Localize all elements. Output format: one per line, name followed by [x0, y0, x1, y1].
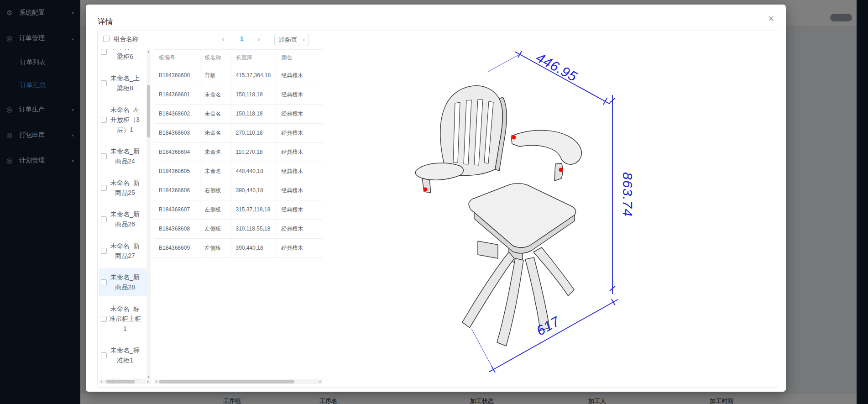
chair-armrest-right [511, 130, 581, 164]
board-color: 经典檀木 [277, 143, 317, 162]
board-name: 未命名 [200, 85, 231, 105]
column-header-board-name: 板名称 [200, 50, 231, 66]
product-name: 未命名_新商品25 [109, 178, 141, 198]
item-checkbox[interactable] [101, 216, 107, 222]
pagination-prev-icon[interactable]: ‹ [222, 34, 225, 44]
column-header-size: 长宽厚 [231, 50, 277, 66]
list-item[interactable]: 未命名_新商品27 [99, 237, 146, 264]
board-id: B184368604 [154, 143, 200, 162]
combo-name-label[interactable]: 组合名称 [114, 35, 138, 43]
dimension-witness [471, 329, 493, 369]
list-item[interactable]: 未命名_新商品26 [99, 205, 146, 233]
item-checkbox[interactable] [101, 49, 107, 55]
dimension-witness [488, 54, 520, 72]
table-horizontal-scrollbar[interactable]: ◂ ▸ [154, 379, 323, 384]
board-name: 右侧板 [200, 181, 231, 200]
list-item[interactable]: 未命名_左开放柜（3层）1 [99, 101, 146, 138]
board-color: 经典檀木 [277, 105, 317, 124]
scroll-left-icon[interactable]: ◂ [154, 380, 158, 383]
connection-dot [424, 188, 428, 192]
product-name: 未命名_左开放柜（3层）1 [109, 105, 141, 135]
item-checkbox[interactable] [101, 279, 107, 285]
board-table: 板编号 板名称 长宽厚 颜色 B184368600 背板 415.37,364,… [154, 49, 323, 379]
list-item[interactable]: 未命名_上梁柜8 [99, 69, 146, 97]
scrollbar-thumb[interactable] [147, 85, 150, 137]
scrollbar-thumb[interactable] [106, 380, 135, 383]
list-horizontal-scrollbar[interactable]: ◂ ▸ [99, 379, 151, 384]
product-name: 未命名_标准柜1 [109, 345, 141, 365]
product-name: 未命名_新商品26 [109, 209, 141, 229]
table-row: B184368605 未命名 440,440,18 经典檀木 [154, 162, 323, 181]
board-id: B184368601 [154, 85, 200, 105]
board-color: 经典檀木 [277, 162, 317, 181]
chevron-down-icon: ▾ [303, 38, 305, 42]
combo-name-checkbox[interactable] [103, 36, 110, 42]
detail-dialog: 详情 × 组合名称 ‹ 1 › 10条/页 ▾ 未命名_上梁柜6 未命名_ [86, 5, 786, 392]
app: ⚙ 系统配置 ▾ ◎ 订单管理 ▴ 订单列表 订单汇总 ◎ 订单生产 ▾ ◎ 打… [0, 0, 868, 404]
board-color: 经典檀木 [277, 200, 317, 220]
list-item[interactable]: 未命名_新商品25 [99, 174, 146, 201]
board-id: B184368609 [154, 239, 200, 258]
board-name: 左侧板 [200, 200, 231, 220]
board-color: 经典檀木 [277, 181, 317, 200]
scroll-right-icon[interactable]: ▸ [318, 380, 323, 383]
item-checkbox[interactable] [101, 153, 107, 159]
chair-mechanism [478, 241, 498, 258]
scrollbar-thumb[interactable] [159, 380, 294, 383]
dimension-value-top: 446.95 [533, 50, 580, 84]
chair-drawing: 446.95 863.74 617 [327, 49, 777, 388]
board-size: 390,440,18 [231, 181, 277, 200]
product-name: 未命名_新商品27 [109, 241, 141, 261]
list-item[interactable]: 未命名_标准柜2 [99, 373, 146, 379]
table-row: B184368601 未命名 150,118,18 经典檀木 [154, 85, 323, 105]
board-name: 左侧板 [200, 220, 231, 239]
scroll-right-icon[interactable]: ▸ [146, 380, 151, 383]
board-size: 150,118,18 [231, 85, 277, 105]
board-name: 未命名 [200, 143, 231, 162]
board-size: 310,118.55,18 [231, 220, 277, 239]
item-checkbox[interactable] [101, 352, 107, 358]
column-header-partial [317, 50, 323, 66]
page-size-value: 10条/页 [278, 36, 297, 44]
dialog-content: 组合名称 ‹ 1 › 10条/页 ▾ 未命名_上梁柜6 未命名_上梁柜8 [97, 31, 777, 388]
table-row: B184368607 左侧板 315.37,118,18 经典檀木 [154, 200, 323, 220]
item-checkbox[interactable] [101, 248, 107, 254]
list-item[interactable]: 未命名_上梁柜6 [99, 49, 146, 65]
list-item-selected[interactable]: 未命名_新商品28 [99, 268, 146, 296]
board-id: B184368607 [154, 200, 200, 220]
list-vertical-scrollbar[interactable]: ▴ ▾ [146, 49, 151, 379]
item-checkbox[interactable] [101, 80, 107, 86]
board-color: 经典檀木 [277, 124, 317, 143]
item-checkbox[interactable] [101, 316, 107, 322]
scroll-left-icon[interactable]: ◂ [99, 380, 104, 383]
table-row: B184368602 未命名 150,118,18 经典檀木 [154, 105, 323, 124]
list-item[interactable]: 未命名_标准吊柜上柜1 [99, 300, 146, 337]
item-checkbox[interactable] [101, 117, 107, 123]
dialog-title: 详情 [98, 16, 113, 27]
table-row: B184368604 未命名 110,270,18 经典檀木 [154, 143, 323, 162]
board-id: B184368606 [154, 181, 200, 200]
scroll-up-icon[interactable]: ▴ [146, 49, 151, 54]
pagination-page-1[interactable]: 1 [240, 35, 244, 42]
close-icon[interactable]: × [768, 14, 774, 24]
column-header-board-id: 板编号 [154, 50, 200, 66]
item-checkbox[interactable] [101, 185, 107, 191]
chair-seat [469, 184, 576, 248]
product-list: 未命名_上梁柜6 未命名_上梁柜8 未命名_左开放柜（3层）1 未命名_新商品2… [99, 49, 146, 379]
table-header-row: 板编号 板名称 长宽厚 颜色 [154, 50, 323, 66]
board-color: 经典檀木 [277, 239, 317, 258]
board-id: B184368600 [154, 66, 200, 85]
list-item[interactable]: 未命名_新商品24 [99, 142, 146, 170]
product-name: 未命名_标准吊柜上柜1 [109, 304, 141, 334]
product-name: 未命名_新商品24 [109, 146, 141, 166]
board-size: 150,118,18 [231, 105, 277, 124]
scroll-down-icon[interactable]: ▾ [146, 375, 151, 379]
column-header-color: 颜色 [277, 50, 317, 66]
board-color: 经典檀木 [277, 66, 317, 85]
chair-armrest-left [415, 163, 463, 180]
product-name: 未命名_上梁柜8 [109, 73, 141, 93]
page-size-select[interactable]: 10条/页 ▾ [274, 34, 309, 46]
list-item[interactable]: 未命名_标准柜1 [99, 341, 146, 369]
pagination-next-icon[interactable]: › [257, 34, 260, 44]
table-row: B184368606 右侧板 390,440,18 经典檀木 [154, 181, 323, 200]
